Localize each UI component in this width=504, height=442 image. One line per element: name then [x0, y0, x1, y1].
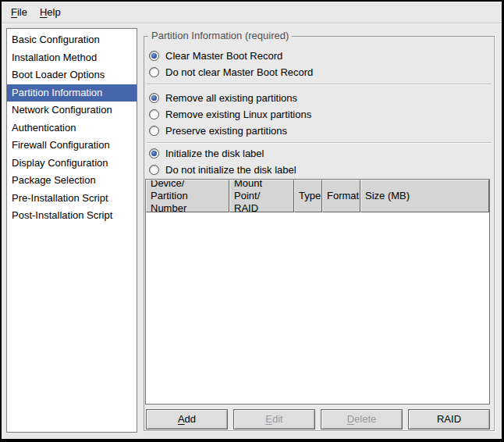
column-header-size-mb[interactable]: Size (MB) — [360, 180, 489, 212]
sidebar-item-installation-method[interactable]: Installation Method — [7, 49, 137, 67]
radio-selected-icon[interactable] — [149, 93, 159, 103]
partition-table-header: Device/ Partition NumberMount Point/ RAI… — [146, 180, 489, 212]
radio-label: Initialize the disk label — [165, 148, 264, 159]
radio-label: Preserve existing partitions — [165, 125, 287, 137]
radio-unselected-icon[interactable] — [149, 165, 159, 175]
radio-option-clear-master-boot-record[interactable]: Clear Master Boot Record — [144, 48, 494, 64]
group-separator — [147, 84, 492, 85]
partition-table-body[interactable] — [146, 212, 489, 404]
partition-information-panel: Partition Information (required) Clear M… — [144, 36, 495, 431]
radio-unselected-icon[interactable] — [149, 109, 159, 119]
column-header-device[interactable]: Device/ Partition Number — [146, 180, 229, 212]
radio-label: Clear Master Boot Record — [165, 50, 282, 62]
sidebar-item-package-selection[interactable]: Package Selection — [7, 172, 137, 190]
radio-selected-icon[interactable] — [149, 148, 159, 159]
menu-help[interactable]: Help — [34, 2, 67, 23]
delete-button: Delete — [321, 409, 403, 430]
radio-label: Do not clear Master Boot Record — [165, 66, 313, 78]
sidebar-item-firewall-configuration[interactable]: Firewall Configuration — [7, 137, 137, 155]
sidebar-item-basic-configuration[interactable]: Basic Configuration — [7, 31, 137, 49]
kickstart-configurator-window: FileHelp Basic ConfigurationInstallation… — [0, 0, 504, 442]
radio-groups: Clear Master Boot RecordDo not clear Mas… — [144, 48, 494, 178]
menu-file[interactable]: File — [5, 2, 34, 23]
section-list[interactable]: Basic ConfigurationInstallation MethodBo… — [6, 28, 137, 433]
radio-option-remove-all-existing-partitions[interactable]: Remove all existing partitions — [144, 90, 494, 106]
radio-selected-icon[interactable] — [149, 51, 159, 61]
partition-table[interactable]: Device/ Partition NumberMount Point/ RAI… — [145, 179, 490, 405]
radio-label: Do not initialize the disk label — [165, 164, 296, 176]
sidebar-item-partition-information[interactable]: Partition Information — [7, 84, 137, 102]
column-header-mount-point[interactable]: Mount Point/ RAID — [229, 180, 294, 212]
radio-label: Remove existing Linux partitions — [165, 109, 311, 120]
radio-option-initialize-the-disk-label[interactable]: Initialize the disk label — [144, 145, 494, 162]
radio-option-do-not-clear-master-boot-record[interactable]: Do not clear Master Boot Record — [144, 64, 494, 80]
sidebar-item-pre-installation-script[interactable]: Pre-Installation Script — [7, 190, 137, 208]
sidebar-item-authentication[interactable]: Authentication — [7, 119, 137, 137]
radio-option-remove-existing-linux-partitions[interactable]: Remove existing Linux partitions — [144, 106, 494, 123]
column-header-format[interactable]: Format — [322, 180, 360, 212]
group-separator — [147, 142, 492, 144]
radio-label: Remove all existing partitions — [165, 92, 297, 104]
sidebar-item-network-configuration[interactable]: Network Configuration — [7, 102, 137, 119]
sidebar-item-display-configuration[interactable]: Display Configuration — [7, 155, 137, 173]
sidebar-item-boot-loader-options[interactable]: Boot Loader Options — [7, 66, 137, 84]
raid-button[interactable]: RAID — [408, 409, 490, 430]
column-header-type[interactable]: Type — [294, 180, 322, 212]
button-row: AddEditDeleteRAID — [146, 409, 490, 430]
edit-button: Edit — [233, 409, 315, 430]
radio-unselected-icon[interactable] — [149, 126, 159, 136]
radio-unselected-icon[interactable] — [149, 67, 159, 77]
menubar: FileHelp — [2, 2, 502, 23]
panel-legend: Partition Information (required) — [148, 30, 292, 41]
radio-option-do-not-initialize-the-disk-label[interactable]: Do not initialize the disk label — [144, 162, 494, 178]
add-button[interactable]: Add — [146, 409, 228, 430]
radio-option-preserve-existing-partitions[interactable]: Preserve existing partitions — [144, 123, 494, 139]
sidebar-item-post-installation-script[interactable]: Post-Installation Script — [7, 207, 137, 225]
